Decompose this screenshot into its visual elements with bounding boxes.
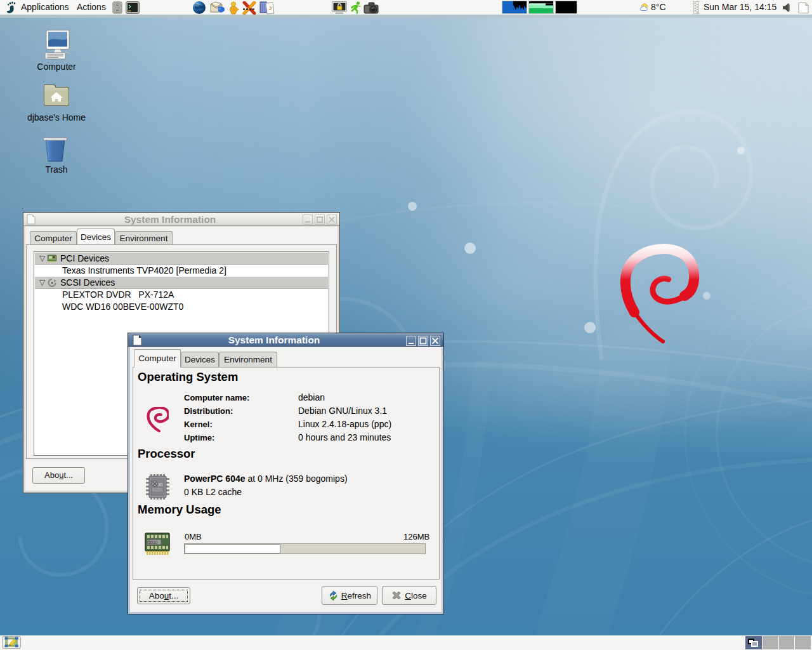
svg-text:XI: XI <box>158 482 163 488</box>
svg-text:1010: 1010 <box>148 540 158 545</box>
svg-text:6150: 6150 <box>152 488 162 492</box>
